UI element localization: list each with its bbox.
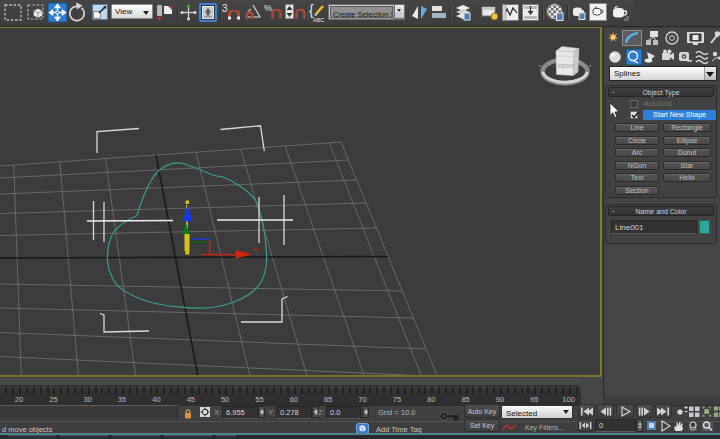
svg-text:{: { [309,2,314,18]
svg-text:ABC: ABC [313,17,324,23]
svg-text:FRONT: FRONT [558,64,575,69]
